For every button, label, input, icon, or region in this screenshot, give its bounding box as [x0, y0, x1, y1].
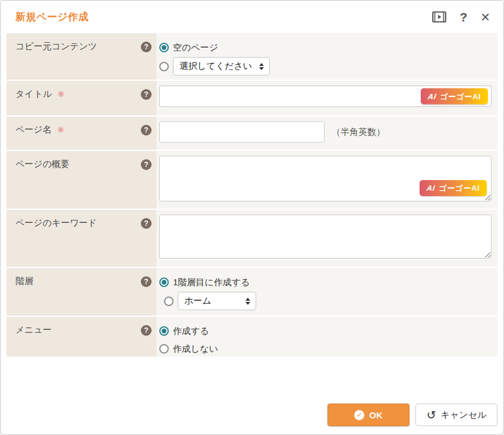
title-label-cell: タイトル ※ ?	[7, 81, 156, 115]
menu-option-create: 作成する	[159, 323, 492, 339]
menu-radio-not-create[interactable]	[159, 344, 169, 354]
ok-button[interactable]: ✓ OK	[327, 404, 410, 426]
summary-content: AI ゴーゴーAI	[156, 151, 497, 209]
title-label-group: タイトル ※	[15, 89, 65, 100]
chevron-updown-icon	[259, 63, 264, 70]
menu-option-create-label[interactable]: 作成する	[173, 326, 209, 337]
menu-option-not-create: 作成しない	[159, 341, 492, 357]
form-table: コピー元コンテンツ ? 空のページ 選択してください	[7, 33, 497, 358]
cancel-button-label: キャンセル	[441, 409, 487, 421]
title-help-icon[interactable]: ?	[141, 89, 152, 100]
hierarchy-parent-select-value: ホーム	[184, 295, 212, 307]
page-name-label: ページ名	[15, 124, 52, 134]
title-ai-button[interactable]: AI ゴーゴーAI	[421, 89, 488, 105]
keywords-textarea[interactable]	[159, 215, 492, 259]
hierarchy-parent-select[interactable]: ホーム	[178, 292, 256, 310]
keywords-textarea-wrap	[159, 215, 492, 259]
menu-radio-create[interactable]	[159, 326, 169, 336]
ok-button-label: OK	[369, 410, 383, 420]
title-label: タイトル	[15, 89, 52, 99]
hierarchy-label-cell: 階層 ?	[7, 268, 156, 316]
page-name-label-group: ページ名 ※	[15, 124, 64, 135]
copy-source-content: 空のページ 選択してください	[156, 33, 497, 80]
copy-source-select[interactable]: 選択してください	[173, 57, 270, 75]
help-button[interactable]: ?	[459, 10, 467, 24]
keywords-label: ページのキーワード	[15, 218, 97, 229]
copy-source-option-empty-label[interactable]: 空のページ	[173, 42, 218, 53]
menu-label-cell: メニュー ?	[7, 317, 156, 357]
keywords-label-cell: ページのキーワード ?	[7, 210, 156, 267]
copy-source-label-cell: コピー元コンテンツ ?	[7, 33, 156, 80]
hierarchy-option-parent: ホーム	[164, 292, 492, 310]
dialog-footer: ✓ OK ↺ キャンセル	[327, 404, 497, 426]
hierarchy-label: 階層	[15, 276, 33, 287]
row-summary: ページの概要 ? AI ゴーゴーAI	[7, 151, 497, 210]
summary-label-cell: ページの概要 ?	[7, 151, 156, 209]
row-menu: メニュー ? 作成する 作成しない	[7, 317, 497, 358]
copy-source-radio-select[interactable]	[159, 62, 169, 71]
menu-label: メニュー	[15, 324, 52, 336]
menu-content: 作成する 作成しない	[156, 317, 497, 357]
title-ai-button-label: ゴーゴーAI	[440, 91, 481, 102]
page-name-line: （半角英数）	[159, 121, 492, 143]
page-name-help-icon[interactable]: ?	[141, 125, 152, 135]
row-hierarchy: 階層 ? 1階層目に作成する ホーム	[7, 268, 497, 317]
hierarchy-content: 1階層目に作成する ホーム	[156, 268, 497, 316]
menu-help-icon[interactable]: ?	[141, 325, 152, 336]
row-copy-source: コピー元コンテンツ ? 空のページ 選択してください	[7, 33, 497, 81]
keywords-content	[156, 210, 497, 267]
dialog-title: 新規ページ作成	[15, 10, 89, 24]
page-name-note: （半角英数）	[332, 127, 385, 138]
copy-source-option-empty: 空のページ	[159, 39, 492, 56]
page-name-input[interactable]	[159, 121, 325, 143]
header-icons: ? ✕	[432, 10, 490, 24]
copy-source-help-icon[interactable]: ?	[141, 42, 152, 52]
cancel-button[interactable]: ↺ キャンセル	[415, 404, 497, 426]
summary-textarea-wrap: AI ゴーゴーAI	[159, 156, 492, 201]
dialog-header: 新規ページ作成 ? ✕	[1, 1, 503, 33]
page-name-label-cell: ページ名 ※ ?	[7, 116, 156, 150]
hierarchy-help-icon[interactable]: ?	[141, 276, 152, 287]
title-content: AI ゴーゴーAI	[156, 81, 497, 115]
summary-ai-button[interactable]: AI ゴーゴーAI	[420, 180, 487, 196]
copy-source-option-select: 選択してください	[159, 57, 492, 75]
title-required-mark: ※	[58, 89, 65, 99]
close-icon[interactable]: ✕	[480, 10, 490, 24]
hierarchy-option-first: 1階層目に作成する	[159, 274, 492, 291]
ai-logo-icon: AI	[427, 92, 437, 101]
summary-help-icon[interactable]: ?	[141, 159, 152, 170]
chevron-updown-icon	[245, 298, 250, 305]
summary-ai-button-label: ゴーゴーAI	[439, 183, 480, 194]
keywords-help-icon[interactable]: ?	[141, 218, 152, 229]
title-input-wrap: AI ゴーゴーAI	[159, 86, 492, 107]
row-keywords: ページのキーワード ?	[7, 210, 497, 268]
menu-option-not-create-label[interactable]: 作成しない	[173, 343, 218, 355]
hierarchy-radio-first[interactable]	[159, 278, 169, 287]
copy-source-label: コピー元コンテンツ	[15, 41, 97, 52]
ai-logo-icon: AI	[426, 184, 436, 193]
video-tutorial-icon[interactable]	[432, 11, 446, 23]
page-name-required-mark: ※	[57, 125, 64, 134]
hierarchy-option-first-label[interactable]: 1階層目に作成する	[173, 277, 250, 288]
copy-source-select-value: 選択してください	[179, 61, 252, 72]
page-name-content: （半角英数）	[156, 116, 497, 150]
row-title: タイトル ※ ? AI ゴーゴーAI	[7, 81, 497, 116]
copy-source-radio-empty[interactable]	[159, 43, 169, 52]
hierarchy-radio-parent[interactable]	[164, 297, 174, 306]
new-page-dialog: 新規ページ作成 ? ✕ コピー元コンテンツ ?	[0, 0, 504, 435]
check-circle-icon: ✓	[354, 410, 364, 420]
row-page-name: ページ名 ※ ? （半角英数）	[7, 116, 497, 151]
summary-label: ページの概要	[15, 159, 70, 170]
undo-arrow-icon: ↺	[427, 409, 436, 421]
